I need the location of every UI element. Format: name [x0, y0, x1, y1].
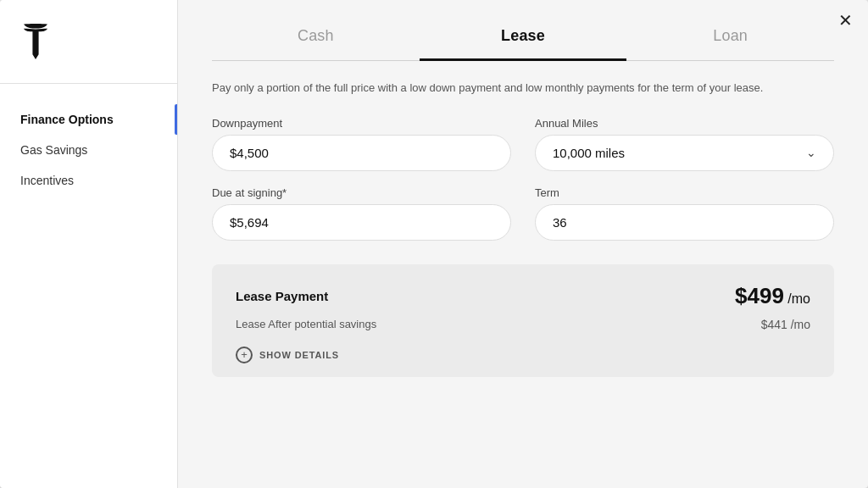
- sidebar: Finance Options Gas Savings Incentives: [0, 0, 178, 488]
- tab-cash[interactable]: Cash: [212, 0, 420, 61]
- show-details-icon: +: [236, 347, 253, 363]
- show-details-label: SHOW DETAILS: [259, 350, 339, 360]
- term-field-group: Term 36: [535, 186, 834, 241]
- sidebar-item-finance-options[interactable]: Finance Options: [0, 104, 177, 135]
- annual-miles-label: Annual Miles: [535, 117, 834, 130]
- due-at-signing-label: Due at signing*: [212, 186, 511, 199]
- sidebar-item-gas-savings[interactable]: Gas Savings: [0, 135, 177, 165]
- tab-lease[interactable]: Lease: [420, 0, 627, 61]
- sidebar-divider: [0, 83, 177, 84]
- tesla-logo: [0, 24, 177, 83]
- downpayment-label: Downpayment: [212, 117, 511, 130]
- lease-description: Pay only a portion of the full price wit…: [212, 80, 834, 97]
- close-button[interactable]: ✕: [838, 12, 853, 29]
- sidebar-item-incentives[interactable]: Incentives: [0, 165, 177, 196]
- term-input: 36: [535, 204, 834, 241]
- fields-grid: Downpayment $4,500 Annual Miles 10,000 m…: [212, 117, 834, 241]
- lease-payment-label: Lease Payment: [236, 289, 328, 303]
- lease-payment-row: Lease Payment $499 /mo: [236, 283, 810, 309]
- term-label: Term: [535, 186, 834, 199]
- tab-loan[interactable]: Loan: [626, 0, 834, 61]
- due-at-signing-field-group: Due at signing* $5,694: [212, 186, 511, 241]
- tabs-row: Cash Lease Loan: [212, 0, 834, 61]
- lease-payment-amount: $499 /mo: [735, 283, 810, 309]
- savings-row: Lease After potential savings $441 /mo: [236, 318, 810, 331]
- annual-miles-select[interactable]: 10,000 miles ⌄: [535, 135, 834, 171]
- savings-amount: $441 /mo: [761, 318, 810, 331]
- show-details-row[interactable]: + SHOW DETAILS: [236, 347, 810, 363]
- modal: ✕ Finance Options Gas Savings Incentives: [0, 0, 868, 488]
- downpayment-input[interactable]: $4,500: [212, 135, 511, 171]
- downpayment-field-group: Downpayment $4,500: [212, 117, 511, 171]
- main-content: Cash Lease Loan Pay only a portion of th…: [178, 0, 868, 488]
- due-at-signing-input: $5,694: [212, 204, 511, 241]
- savings-label: Lease After potential savings: [236, 318, 376, 330]
- annual-miles-field-group: Annual Miles 10,000 miles ⌄: [535, 117, 834, 171]
- sidebar-nav: Finance Options Gas Savings Incentives: [0, 104, 177, 196]
- payment-summary: Lease Payment $499 /mo Lease After poten…: [212, 264, 834, 377]
- chevron-down-icon: ⌄: [806, 146, 816, 159]
